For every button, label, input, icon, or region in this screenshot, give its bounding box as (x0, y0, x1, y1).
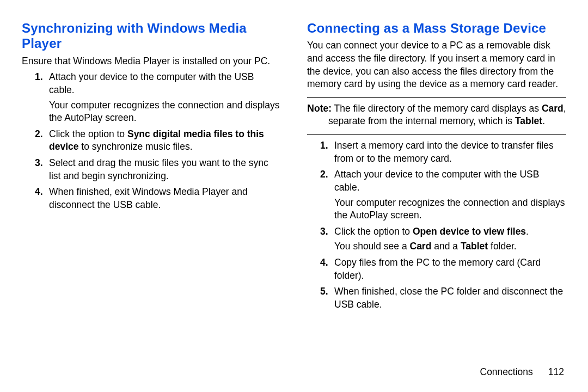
footer-section-name: Connections (480, 366, 533, 377)
step-text: When finished, exit Windows Media Player… (49, 186, 248, 210)
step-text: Click the option to (334, 226, 413, 237)
step-text: Your computer recognizes the connection … (334, 197, 566, 222)
step-text: Attach your device to the computer with … (49, 71, 254, 95)
step-text: Select and drag the music files you want… (49, 157, 268, 181)
left-step-2: Click the option to Sync digital media f… (49, 128, 281, 154)
right-step-4: Copy files from the PC to the memory car… (334, 256, 566, 282)
left-step-4: When finished, exit Windows Media Player… (49, 186, 281, 211)
step-text: folder. (488, 241, 517, 252)
step-text: Copy files from the PC to the memory car… (334, 257, 541, 281)
note-label: Note: (307, 103, 332, 114)
step-text: Your computer recognizes the connection … (49, 99, 281, 125)
page-footer: Connections112 (480, 366, 565, 379)
note-card-bold: Card (542, 103, 564, 114)
manual-page: Synchronizing with Windows Media Player … (0, 0, 588, 392)
left-step-1: Attach your device to the computer with … (49, 71, 281, 125)
left-steps-list: Attach your device to the computer with … (22, 71, 281, 211)
left-step-3: Select and drag the music files you want… (49, 157, 281, 182)
right-intro-text: You can connect your device to a PC as a… (307, 39, 566, 91)
right-step-5: When finished, close the PC folder and d… (334, 285, 566, 311)
note-tablet-bold: Tablet (515, 115, 542, 126)
step-text: to synchronize music files. (78, 141, 192, 152)
right-column: Connecting as a Mass Storage Device You … (294, 21, 566, 381)
note-text: . (542, 115, 545, 126)
footer-page-number: 112 (548, 366, 564, 377)
step-text: . (526, 226, 529, 237)
step-text: and a (431, 241, 461, 252)
step-text: Attach your device to the computer with … (334, 169, 539, 193)
divider-bottom (307, 134, 566, 135)
left-intro-text: Ensure that Windows Media Player is inst… (22, 55, 281, 68)
step-text: You should see a Card and a Tablet folde… (334, 240, 566, 253)
right-section-title: Connecting as a Mass Storage Device (307, 21, 566, 36)
step-text: When finished, close the PC folder and d… (334, 286, 563, 310)
note-box: Note: The file directory of the memory c… (307, 102, 566, 128)
left-column: Synchronizing with Windows Media Player … (22, 21, 294, 381)
right-steps-list: Insert a memory card into the device to … (307, 139, 566, 311)
left-section-title: Synchronizing with Windows Media Player (22, 21, 281, 52)
divider-top (307, 97, 566, 98)
step-bold-text: Open device to view files (413, 226, 526, 237)
card-bold: Card (410, 241, 432, 252)
tablet-bold: Tablet (461, 241, 488, 252)
step-text: You should see a (334, 241, 410, 252)
step-text: Insert a memory card into the device to … (334, 140, 554, 164)
step-text: Click the option to (49, 128, 127, 139)
right-step-1: Insert a memory card into the device to … (334, 139, 566, 165)
note-text: The file directory of the memory card di… (332, 103, 542, 114)
right-step-2: Attach your device to the computer with … (334, 168, 566, 222)
right-step-3: Click the option to Open device to view … (334, 225, 566, 253)
